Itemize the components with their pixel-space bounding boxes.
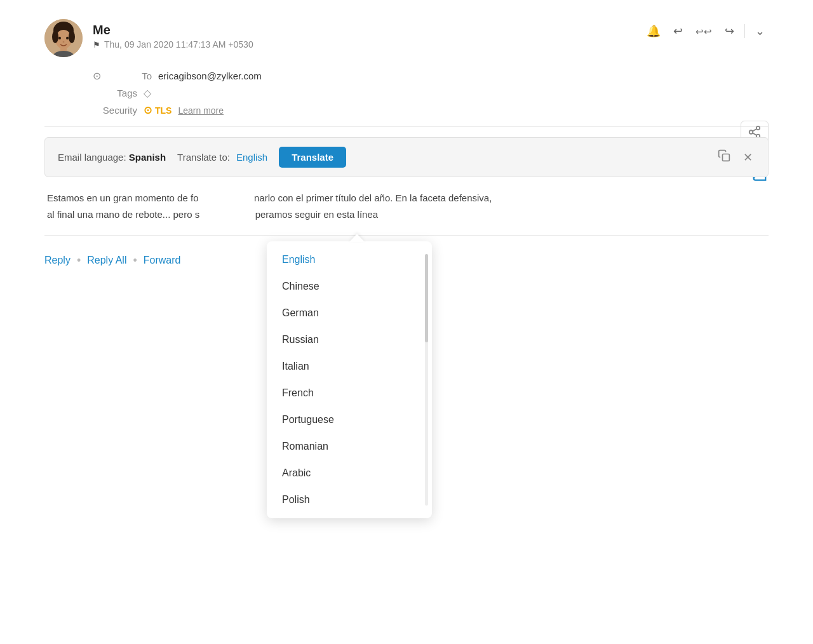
scrollbar-thumb[interactable] <box>425 254 428 342</box>
divider-reply <box>44 235 769 236</box>
reply-link[interactable]: Reply <box>44 252 71 269</box>
svg-point-10 <box>756 126 760 130</box>
translate-to-dropdown-trigger[interactable]: English <box>236 152 267 163</box>
tag-icon[interactable]: ◇ <box>144 87 151 99</box>
flag-icon: ⚑ <box>93 40 100 50</box>
sender-meta: ⚑ Thu, 09 Jan 2020 11:47:13 AM +0530 <box>93 39 253 50</box>
translate-bar-actions: ✕ <box>715 147 755 168</box>
language-dropdown: EnglishChineseGermanRussianItalianFrench… <box>267 241 432 518</box>
security-row: Security ⊙ TLS Learn more <box>93 104 769 116</box>
tags-row: Tags ◇ <box>93 87 769 99</box>
close-translate-bar-button[interactable]: ✕ <box>741 148 755 167</box>
forward-link[interactable]: Forward <box>144 252 181 269</box>
alarm-button[interactable]: 🔔 <box>643 23 664 39</box>
dropdown-item-romanian[interactable]: Romanian <box>267 433 432 460</box>
translate-bar: Email language: Spanish Translate to: En… <box>44 137 769 177</box>
forward-button-header[interactable]: ↪ <box>721 23 738 39</box>
svg-point-3 <box>52 30 58 43</box>
dropdown-item-english[interactable]: English <box>267 246 432 273</box>
email-language-label: Email language: Spanish <box>58 152 166 163</box>
to-row: ⊙ To ericagibson@zylker.com <box>93 70 769 82</box>
scrollbar-track <box>425 254 428 506</box>
shield-icon: ⊙ <box>144 104 152 116</box>
expand-icon[interactable]: ⊙ <box>93 70 101 82</box>
email-language-value: Spanish <box>129 152 166 163</box>
sender-timestamp: Thu, 09 Jan 2020 11:47:13 AM +0530 <box>104 39 253 50</box>
svg-point-5 <box>58 37 61 39</box>
divider <box>744 24 745 38</box>
dropdown-item-italian[interactable]: Italian <box>267 353 432 380</box>
sender-info: Me ⚑ Thu, 09 Jan 2020 11:47:13 AM +0530 <box>44 19 253 57</box>
copy-button[interactable] <box>715 147 733 168</box>
dropdown-item-french[interactable]: French <box>267 380 432 406</box>
svg-line-13 <box>753 133 756 135</box>
header-actions: 🔔 ↩ ↩↩ ↪ ⌄ <box>643 19 769 39</box>
tls-badge: ⊙ TLS <box>144 104 171 116</box>
dropdown-item-polish[interactable]: Polish <box>267 486 432 513</box>
email-meta: ⊙ To ericagibson@zylker.com Tags ◇ Secur… <box>93 70 769 116</box>
svg-point-11 <box>749 130 753 134</box>
email-body: Estamos en un gran momento de fo narlo c… <box>44 190 769 222</box>
sender-name: Me <box>93 22 253 38</box>
email-header: Me ⚑ Thu, 09 Jan 2020 11:47:13 AM +0530 … <box>44 19 769 57</box>
security-badge-text: TLS <box>155 105 171 116</box>
to-label: To <box>107 70 152 81</box>
dropdown-item-portuguese[interactable]: Portuguese <box>267 406 432 433</box>
svg-line-14 <box>753 129 756 131</box>
dropdown-item-arabic[interactable]: Arabic <box>267 460 432 486</box>
reply-all-button-header[interactable]: ↩↩ <box>692 24 716 39</box>
svg-point-7 <box>63 41 65 43</box>
dropdown-item-russian[interactable]: Russian <box>267 326 432 353</box>
dropdown-item-chinese[interactable]: Chinese <box>267 273 432 300</box>
more-options-button[interactable]: ⌄ <box>751 23 769 39</box>
body-line-1: Estamos en un gran momento de fo narlo c… <box>47 190 769 206</box>
sender-details: Me ⚑ Thu, 09 Jan 2020 11:47:13 AM +0530 <box>93 19 253 50</box>
svg-point-4 <box>69 30 75 43</box>
security-label: Security <box>93 105 137 116</box>
dropdown-item-german[interactable]: German <box>267 300 432 326</box>
dot-separator-1: • <box>77 254 81 267</box>
divider-above-translate <box>44 126 769 127</box>
learn-more-link[interactable]: Learn more <box>178 105 224 116</box>
dot-separator-2: • <box>133 254 137 267</box>
dropdown-arrow <box>349 234 365 242</box>
body-line-2: al final una mano de rebote... pero s pe… <box>47 206 769 223</box>
dropdown-items: EnglishChineseGermanRussianItalianFrench… <box>267 246 432 513</box>
svg-point-6 <box>66 37 69 39</box>
reply-all-link[interactable]: Reply All <box>87 252 126 269</box>
to-address: ericagibson@zylker.com <box>158 70 262 81</box>
translate-button[interactable]: Translate <box>279 147 346 168</box>
svg-rect-15 <box>723 154 730 161</box>
reply-button-header[interactable]: ↩ <box>669 23 687 39</box>
avatar <box>44 19 83 57</box>
tags-label: Tags <box>93 88 137 98</box>
translate-to-label: Translate to: <box>177 152 230 163</box>
